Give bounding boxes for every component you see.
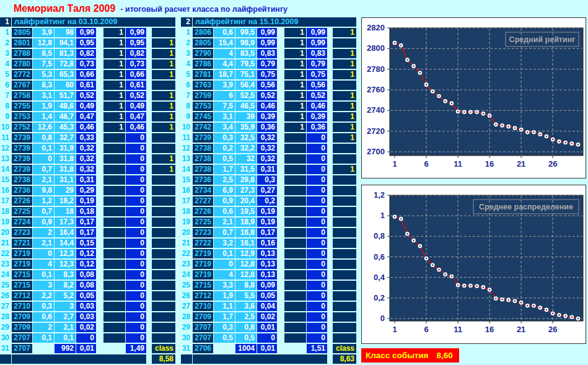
cell-flag[interactable] xyxy=(284,207,306,216)
cell-coef[interactable]: 0,05 xyxy=(257,291,277,301)
cell-percent[interactable]: 83,5 xyxy=(235,49,257,58)
cell-rating[interactable]: 2739 xyxy=(12,165,32,174)
cell-rating[interactable]: 2725 xyxy=(193,218,213,227)
cell-mark[interactable] xyxy=(152,291,175,301)
cell-coef2[interactable]: 0 xyxy=(307,154,327,164)
cell-delta[interactable]: 0,7 xyxy=(33,207,54,216)
cell-flag[interactable] xyxy=(284,344,306,353)
cell-flag[interactable]: 1 xyxy=(103,38,125,48)
cell-percent[interactable]: 46,5 xyxy=(235,102,257,111)
cell-mark[interactable] xyxy=(152,207,175,216)
cell-flag[interactable]: 1 xyxy=(284,59,306,69)
cell-rank[interactable]: 20 xyxy=(0,228,11,237)
cell-rank[interactable]: 2 xyxy=(0,38,11,48)
cell-flag[interactable] xyxy=(284,133,306,143)
cell-percent[interactable]: 79,5 xyxy=(235,59,257,69)
cell-percent[interactable]: 2,1 xyxy=(55,323,76,332)
cell-mark[interactable]: 1 xyxy=(152,91,175,100)
cell-mark[interactable]: 1 xyxy=(152,112,175,121)
cell-coef[interactable]: 0 xyxy=(257,333,277,343)
cell-rank[interactable]: 27 xyxy=(181,302,192,311)
cell-coef[interactable]: 0,02 xyxy=(76,323,96,332)
cell-rating[interactable]: 2736 xyxy=(193,175,213,185)
cell-percent[interactable]: 1004 xyxy=(235,344,257,353)
cell-percent[interactable]: 19,2 xyxy=(55,196,76,206)
cell-coef[interactable]: 0,13 xyxy=(257,260,277,269)
cell-mark[interactable] xyxy=(152,281,175,290)
cell-percent[interactable]: 99,5 xyxy=(235,28,257,37)
cell-coef2[interactable]: 0,61 xyxy=(126,81,146,90)
cell-flag[interactable] xyxy=(284,186,306,195)
cell-flag[interactable] xyxy=(103,260,125,269)
cell-delta[interactable]: 18,7 xyxy=(214,70,235,79)
cell-flag[interactable]: 1 xyxy=(103,102,125,111)
cell-rank[interactable]: 18 xyxy=(0,207,11,216)
cell-coef2[interactable]: 0 xyxy=(307,323,327,332)
cell-delta[interactable]: 2 xyxy=(33,323,54,332)
cell-delta[interactable]: 2,1 xyxy=(33,175,54,185)
cell-coef2[interactable]: 0,46 xyxy=(307,102,327,111)
cell-flag[interactable] xyxy=(103,228,125,237)
cell-flag[interactable] xyxy=(103,344,125,353)
cell-flag[interactable] xyxy=(103,175,125,185)
cell-rating[interactable]: 2715 xyxy=(12,281,32,290)
cell-coef2[interactable]: 0 xyxy=(126,302,146,311)
cell-rating[interactable]: 2806 xyxy=(193,28,213,37)
cell-percent[interactable]: 35,9 xyxy=(235,123,257,132)
cell-flag[interactable]: 1 xyxy=(103,49,125,58)
cell-delta[interactable]: 0,6 xyxy=(214,28,235,37)
cell-delta[interactable]: 3 xyxy=(33,281,54,290)
cell-flag[interactable]: 1 xyxy=(103,81,125,90)
cell-mark[interactable] xyxy=(152,323,175,332)
cell-rank[interactable]: 13 xyxy=(181,154,192,164)
cell-rank[interactable]: 4 xyxy=(181,59,192,69)
cell-delta[interactable]: 0,6 xyxy=(214,207,235,216)
cell-rank[interactable]: 28 xyxy=(181,312,192,322)
cell-delta[interactable]: 0,1 xyxy=(33,144,54,153)
cell-percent[interactable]: 31,9 xyxy=(55,144,76,153)
cell-rank[interactable]: 8 xyxy=(181,102,192,111)
cell-flag[interactable] xyxy=(103,218,125,227)
cell-mark[interactable] xyxy=(152,28,175,37)
cell-rank[interactable]: 13 xyxy=(0,154,11,164)
cell-rank[interactable]: 10 xyxy=(0,123,11,132)
cell-flag[interactable] xyxy=(284,239,306,248)
cell-delta[interactable]: 0,9 xyxy=(214,196,235,206)
cell-delta[interactable]: 4,4 xyxy=(214,59,235,69)
cell-coef2[interactable]: 0,83 xyxy=(307,49,327,58)
cell-coef2[interactable]: 0 xyxy=(307,312,327,322)
cell-flag[interactable]: 1 xyxy=(103,91,125,100)
cell-mark[interactable] xyxy=(152,270,175,279)
cell-rank[interactable]: 15 xyxy=(181,175,192,185)
cell-percent[interactable]: 29 xyxy=(55,186,76,195)
cell-coef2[interactable]: 0 xyxy=(307,291,327,301)
cell-delta[interactable]: 6,9 xyxy=(214,186,235,195)
cell-coef[interactable]: 0,19 xyxy=(76,196,96,206)
cell-coef2[interactable]: 0 xyxy=(126,239,146,248)
cell-delta[interactable]: 0,9 xyxy=(33,218,54,227)
cell-flag[interactable] xyxy=(284,291,306,301)
cell-rating[interactable]: 2739 xyxy=(12,144,32,153)
cell-rating[interactable]: 2726 xyxy=(12,196,32,206)
cell-coef2[interactable]: 0 xyxy=(126,281,146,290)
cell-mark[interactable]: 1 xyxy=(333,102,356,111)
cell-coef2[interactable]: 0 xyxy=(126,249,146,258)
cell-mark[interactable]: 1 xyxy=(333,28,356,37)
cell-mark[interactable]: 1 xyxy=(333,70,356,79)
cell-coef2[interactable]: 0 xyxy=(307,228,327,237)
cell-rating[interactable]: 2719 xyxy=(193,260,213,269)
cell-flag[interactable] xyxy=(103,239,125,248)
cell-mark[interactable]: 1 xyxy=(152,59,175,69)
cell-flag[interactable] xyxy=(103,133,125,143)
cell-rank[interactable]: 1 xyxy=(181,28,192,37)
cell-coef[interactable]: 0,99 xyxy=(257,28,277,37)
cell-delta[interactable] xyxy=(214,344,235,353)
cell-rank[interactable]: 22 xyxy=(181,249,192,258)
cell-coef[interactable]: 0,01 xyxy=(76,344,96,353)
cell-mark[interactable] xyxy=(333,323,356,332)
cell-coef2[interactable]: 0 xyxy=(307,239,327,248)
cell-percent[interactable]: 52,5 xyxy=(235,91,257,100)
cell-delta[interactable]: 0,7 xyxy=(33,165,54,174)
cell-coef2[interactable]: 0 xyxy=(307,260,327,269)
cell-delta[interactable]: 3,9 xyxy=(214,81,235,90)
